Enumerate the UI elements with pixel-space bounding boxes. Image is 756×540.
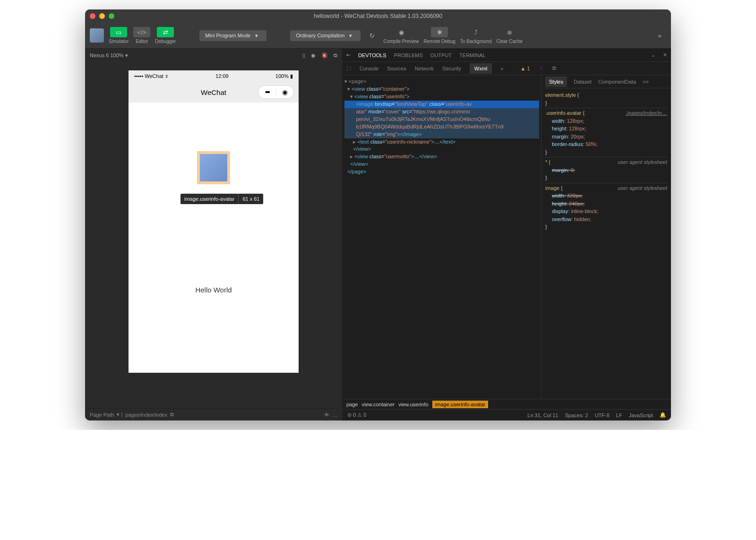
simulator-button[interactable]: ▭Simulator — [109, 27, 129, 44]
subtab-security[interactable]: Security — [442, 66, 461, 71]
element-picker-icon[interactable]: ⬚ — [346, 65, 351, 71]
page-path-value: pages/index/index — [125, 412, 167, 418]
styles-panel: Styles Dataset ComponentData >> element.… — [541, 75, 671, 399]
tab-output[interactable]: OUTPUT — [430, 52, 452, 58]
tab-devtools[interactable]: DEVTOOLS — [358, 52, 387, 58]
mute-icon[interactable]: 🔇 — [321, 52, 328, 59]
kebab-icon[interactable]: ⋮ — [539, 65, 544, 71]
breadcrumb[interactable]: page view.container view.userinfo image.… — [343, 399, 671, 409]
devtools-panel: ⇤ DEVTOOLS PROBLEMS OUTPUT TERMINAL ⌄ ✕ … — [343, 49, 671, 420]
clear-cache-button[interactable]: ⊗Clear Cache — [497, 27, 523, 44]
editor-button[interactable]: </>Editor — [133, 27, 150, 44]
app-window: helloworld - WeChat Devtools Stable 1.03… — [85, 9, 671, 420]
userinfo-avatar-image[interactable] — [197, 151, 230, 184]
errors-badge[interactable]: ⊘ 0 ⚠ 0 — [347, 412, 366, 418]
compile-mode-dropdown[interactable]: Ordinary Compilation — [290, 30, 361, 41]
dock-icon[interactable]: ⇤ — [346, 52, 351, 58]
indent-setting[interactable]: Spaces: 2 — [565, 412, 588, 418]
minimize-traffic-light[interactable] — [99, 13, 105, 19]
panel-tabs: ⇤ DEVTOOLS PROBLEMS OUTPUT TERMINAL ⌄ ✕ — [343, 49, 671, 62]
element-inspect-tooltip: image.userinfo-avatar61 x 61 — [180, 194, 263, 204]
subtab-network[interactable]: Network — [415, 66, 434, 71]
simulator-panel: Nexus 6 100% ▾ ▯ ◉ 🔇 ⧉ ••••• WeChat ⥣ 12… — [85, 49, 343, 420]
styles-rules[interactable]: element.style { } .userinfo-avatar {./pa… — [541, 88, 671, 399]
encoding[interactable]: UTF-8 — [595, 412, 610, 418]
window-title: helloworld - WeChat Devtools Stable 1.03… — [85, 13, 671, 19]
popout-icon[interactable]: ⧉ — [552, 65, 556, 71]
styles-tab-componentdata[interactable]: ComponentData — [598, 79, 636, 85]
eol[interactable]: LF — [616, 412, 622, 418]
record-icon[interactable]: ◉ — [311, 52, 316, 59]
subtab-wxml[interactable]: Wxml — [470, 63, 492, 74]
subtab-sources[interactable]: Sources — [387, 66, 406, 71]
close-panel-icon[interactable]: ✕ — [663, 52, 667, 58]
phone-nav-bar: WeChat •••◉ — [129, 82, 299, 103]
tab-problems[interactable]: PROBLEMS — [394, 52, 423, 58]
to-background-button[interactable]: ⤴To Background — [460, 27, 492, 44]
compile-preview-button[interactable]: ◉Compile Preview — [383, 27, 419, 44]
main-toolbar: ▭Simulator </>Editor ⇄Debugger Mini Prog… — [85, 23, 671, 49]
copy-path-icon[interactable]: ⧉ — [170, 411, 174, 418]
warning-badge[interactable]: ▲ 1 — [520, 66, 530, 71]
copy-icon[interactable]: ⧉ — [334, 52, 337, 59]
program-mode-dropdown[interactable]: Mini Program Mode — [199, 30, 266, 41]
language-mode[interactable]: JavaScript — [629, 412, 653, 418]
status-bar: ⊘ 0 ⚠ 0 Ln 31, Col 11 Spaces: 2 UTF-8 LF… — [343, 409, 671, 420]
device-label[interactable]: Nexus 6 100% ▾ — [90, 52, 128, 59]
nav-title: WeChat — [201, 88, 226, 96]
refresh-icon[interactable]: ↻ — [365, 29, 378, 42]
more-icon[interactable]: » — [653, 29, 666, 42]
phone-frame: ••••• WeChat ⥣ 12:09 100% ▮ WeChat •••◉ — [129, 70, 299, 373]
remote-debug-button[interactable]: ✱Remote Debug — [424, 27, 455, 44]
titlebar: helloworld - WeChat Devtools Stable 1.03… — [85, 9, 671, 23]
collapse-icon[interactable]: ⌄ — [651, 52, 655, 58]
subtab-more-icon[interactable]: » — [500, 66, 503, 71]
hello-world-text: Hello World — [129, 286, 299, 294]
devtools-subtabs: ⬚ Console Sources Network Security Wxml … — [343, 62, 671, 75]
device-rotate-icon[interactable]: ▯ — [302, 52, 305, 59]
styles-tab-styles[interactable]: Styles — [545, 77, 567, 87]
styles-tab-dataset[interactable]: Dataset — [574, 79, 592, 85]
bell-icon[interactable]: 🔔 — [660, 412, 666, 418]
close-traffic-light[interactable] — [90, 13, 95, 19]
user-avatar[interactable] — [90, 28, 104, 43]
styles-more-icon[interactable]: >> — [643, 79, 649, 85]
wxml-tree[interactable]: ▾ <page> ▾ <view class="container"> ▾ <v… — [343, 75, 541, 399]
cursor-position[interactable]: Ln 31, Col 11 — [527, 412, 558, 418]
tab-terminal[interactable]: TERMINAL — [459, 52, 486, 58]
more-footer-icon[interactable]: … — [332, 412, 337, 418]
phone-status-bar: ••••• WeChat ⥣ 12:09 100% ▮ — [129, 70, 299, 82]
subtab-console[interactable]: Console — [360, 66, 378, 71]
debugger-button[interactable]: ⇄Debugger — [155, 27, 176, 44]
page-path-bar: Page Path▾ | pages/index/index ⧉ 👁 … — [85, 408, 342, 420]
visibility-icon[interactable]: 👁 — [324, 412, 329, 418]
capsule-menu[interactable]: •••◉ — [258, 86, 294, 99]
zoom-traffic-light[interactable] — [109, 13, 114, 19]
